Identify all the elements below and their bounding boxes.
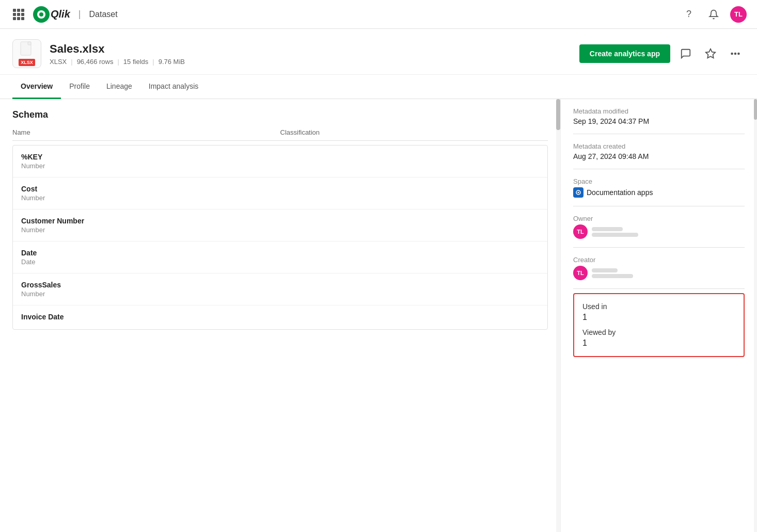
svg-marker-2 [706, 49, 715, 58]
nav-left: Qlik | Dataset [10, 6, 681, 23]
dataset-info: Sales.xlsx XLSX | 96,466 rows | 15 field… [50, 42, 571, 66]
table-row: Customer Number Number [13, 209, 547, 241]
metadata-modified-value: Sep 19, 2024 04:37 PM [573, 117, 745, 125]
space-name: Documentation apps [587, 188, 653, 197]
user-avatar[interactable]: TL [730, 6, 747, 23]
ellipsis-icon [730, 48, 741, 59]
table-row: GrossSales Number [13, 273, 547, 305]
nav-title: Dataset [89, 10, 117, 19]
tab-overview[interactable]: Overview [12, 75, 61, 99]
chat-icon [680, 48, 691, 59]
tab-profile[interactable]: Profile [61, 75, 98, 99]
svg-rect-1 [28, 42, 31, 45]
field-type: Number [21, 290, 539, 298]
right-scrollbar-thumb[interactable] [754, 99, 757, 120]
qlik-logo-icon [33, 6, 50, 23]
viewed-by-label: Viewed by [582, 328, 735, 336]
svg-point-5 [738, 53, 739, 55]
col-header-name: Name [12, 128, 280, 136]
field-name: Invoice Date [21, 313, 539, 321]
help-button[interactable]: ? [681, 6, 697, 23]
dataset-size: 9.76 MiB [159, 58, 185, 66]
field-type: Number [21, 226, 539, 234]
right-scrollbar-track [754, 99, 757, 532]
help-icon: ? [686, 9, 691, 20]
qlik-logo: Qlik [33, 6, 70, 23]
owner-label: Owner [573, 215, 745, 222]
col-header-classification: Classification [280, 128, 548, 136]
left-scrollbar-thumb[interactable] [556, 99, 560, 130]
chat-button[interactable] [676, 44, 695, 63]
used-viewed-highlight-box: Used in 1 Viewed by 1 [573, 293, 745, 357]
table-row: %KEY Number [13, 146, 547, 178]
creator-detail-blurred [592, 274, 633, 278]
field-type: Number [21, 194, 539, 202]
creator-name-blurred [592, 268, 618, 272]
left-scrollbar-track [556, 99, 560, 532]
grid-icon [13, 9, 24, 20]
field-name: Date [21, 249, 539, 257]
main-content: Schema Name Classification %KEY Number C… [0, 99, 757, 532]
tab-lineage[interactable]: Lineage [98, 75, 140, 99]
space-icon [573, 187, 583, 198]
meta-sep-1: | [71, 58, 72, 66]
tab-impact-analysis[interactable]: Impact analysis [140, 75, 207, 99]
space-label: Space [573, 178, 745, 185]
metadata-created-section: Metadata created Aug 27, 2024 09:48 AM [573, 134, 745, 169]
schema-title: Schema [12, 109, 548, 120]
table-row: Date Date [13, 241, 547, 273]
dataset-meta: XLSX | 96,466 rows | 15 fields | 9.76 Mi… [50, 58, 571, 66]
field-type: Number [21, 162, 539, 170]
table-row: Cost Number [13, 178, 547, 209]
star-button[interactable] [701, 44, 720, 63]
tabs-bar: Overview Profile Lineage Impact analysis [0, 75, 757, 99]
xlsx-badge: XLSX [19, 59, 35, 66]
dataset-actions: Create analytics app [579, 44, 745, 63]
more-menu-button[interactable] [726, 44, 745, 63]
svg-point-7 [578, 192, 579, 194]
space-badge: Documentation apps [573, 187, 653, 198]
dataset-rows: 96,466 rows [77, 58, 114, 66]
creator-label: Creator [573, 256, 745, 264]
owner-row: TL [573, 224, 745, 239]
used-in-count: 1 [582, 313, 735, 322]
field-type: Date [21, 258, 539, 266]
space-svg-icon [575, 189, 581, 196]
grid-menu-button[interactable] [10, 6, 27, 23]
top-nav: Qlik | Dataset ? TL [0, 0, 757, 29]
bell-icon [708, 9, 719, 20]
right-panel: Metadata modified Sep 19, 2024 04:37 PM … [561, 99, 757, 532]
metadata-modified-section: Metadata modified Sep 19, 2024 04:37 PM [573, 99, 745, 134]
space-section: Space Documentation apps [573, 169, 745, 206]
notification-button[interactable] [705, 6, 722, 23]
dataset-fields: 15 fields [123, 58, 148, 66]
owner-name-block [592, 227, 638, 237]
owner-name-blurred [592, 227, 623, 231]
owner-detail-blurred [592, 233, 638, 237]
meta-sep-3: | [152, 58, 154, 66]
used-in-label: Used in [582, 302, 735, 311]
field-name: Customer Number [21, 217, 539, 225]
schema-header: Name Classification [12, 128, 548, 141]
create-analytics-app-button[interactable]: Create analytics app [579, 44, 670, 63]
viewed-by-count: 1 [582, 338, 735, 348]
qlik-logo-inner [37, 10, 45, 19]
star-icon [705, 48, 716, 59]
table-row: Invoice Date [13, 305, 547, 329]
nav-right: ? TL [681, 6, 747, 23]
meta-sep-2: | [117, 58, 119, 66]
creator-avatar: TL [573, 266, 588, 280]
owner-section: Owner TL [573, 206, 745, 248]
dataset-name: Sales.xlsx [50, 42, 571, 56]
metadata-created-label: Metadata created [573, 142, 745, 150]
schema-table: %KEY Number Cost Number Customer Number … [12, 145, 548, 330]
dataset-file-icon: XLSX [12, 39, 41, 68]
svg-point-4 [735, 53, 736, 55]
creator-row: TL [573, 266, 745, 280]
field-name: Cost [21, 185, 539, 193]
field-name: GrossSales [21, 281, 539, 289]
metadata-modified-label: Metadata modified [573, 107, 745, 115]
owner-avatar: TL [573, 224, 588, 239]
nav-separator: | [78, 9, 81, 20]
svg-point-3 [731, 53, 733, 55]
